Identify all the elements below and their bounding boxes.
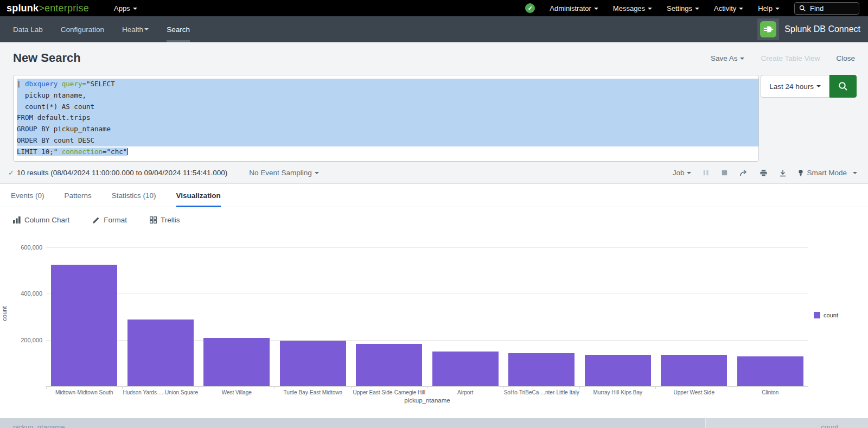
pause-button[interactable] xyxy=(703,169,710,176)
category-label: Hudson Yards-...-Union Square xyxy=(123,389,199,395)
print-button[interactable] xyxy=(760,169,768,177)
bar-10[interactable] xyxy=(737,356,803,386)
search-submit-button[interactable] xyxy=(829,75,857,98)
results-status-text: 10 results (08/04/2024 11:00:00.000 to 0… xyxy=(17,169,227,177)
search-mode-dropdown[interactable]: Smart Mode xyxy=(798,169,857,177)
column-chart-icon xyxy=(13,216,21,223)
column-chart: count 200,000400,000600,000 Midtown-Midt… xyxy=(0,231,868,403)
nav-item-configuration[interactable]: Configuration xyxy=(61,16,104,42)
chevron-down-icon xyxy=(775,8,780,10)
legend-swatch xyxy=(814,312,820,318)
topbar-menu-activity[interactable]: Activity xyxy=(714,4,743,12)
topbar-menu-settings[interactable]: Settings xyxy=(667,4,699,12)
print-icon xyxy=(760,169,768,177)
results-tabs: Events (0) Patterns Statistics (10) Visu… xyxy=(0,184,868,207)
nav-item-data-lab[interactable]: Data Lab xyxy=(13,16,43,42)
chart-legend[interactable]: count xyxy=(814,312,838,318)
chevron-down-icon xyxy=(853,172,857,174)
download-icon xyxy=(779,169,787,177)
trellis-button[interactable]: Trellis xyxy=(150,216,180,224)
statistics-table-header: pickup_ntaname count xyxy=(0,418,868,428)
nav-item-health[interactable]: Health xyxy=(122,16,149,42)
bar-3[interactable] xyxy=(203,338,270,386)
tab-events[interactable]: Events (0) xyxy=(11,184,44,207)
chevron-down-icon xyxy=(739,8,743,10)
pencil-icon xyxy=(92,216,100,224)
chevron-down-icon xyxy=(133,8,137,10)
logo-splunk-text: splunk xyxy=(7,3,39,14)
table-header-pickup-ntaname[interactable]: pickup_ntaname xyxy=(0,418,705,428)
lightbulb-icon xyxy=(798,169,803,177)
search-icon xyxy=(838,81,848,92)
category-label: West Village xyxy=(199,389,275,395)
tab-patterns[interactable]: Patterns xyxy=(65,184,92,207)
x-axis-title: pickup_ntaname xyxy=(46,397,808,404)
category-label: Murray Hill-Kips Bay xyxy=(580,389,656,395)
query-line: ORDER BY count DESC xyxy=(17,135,758,146)
category-label: Midtown-Midtown South xyxy=(46,389,123,395)
legend-label: count xyxy=(824,312,838,318)
bar-8[interactable] xyxy=(585,355,651,386)
chevron-down-icon xyxy=(740,58,744,60)
pause-icon xyxy=(703,169,710,176)
chart-bars xyxy=(46,247,808,386)
job-menu[interactable]: Job xyxy=(673,169,692,177)
x-axis-ticks xyxy=(46,386,808,389)
query-line: count(*) AS count xyxy=(17,101,758,113)
tab-statistics[interactable]: Statistics (10) xyxy=(112,184,156,207)
bar-4[interactable] xyxy=(280,341,346,386)
bar-7[interactable] xyxy=(508,353,575,386)
topbar-menu-administrator[interactable]: Administrator xyxy=(550,4,598,12)
save-as-button[interactable]: Save As xyxy=(711,54,745,62)
category-label: Airport xyxy=(427,389,504,395)
logo-enterprise-text: >enterprise xyxy=(39,3,89,14)
stop-button[interactable] xyxy=(721,169,728,176)
bar-2[interactable] xyxy=(127,320,194,386)
apps-menu[interactable]: Apps xyxy=(114,4,137,12)
search-query-input[interactable]: | dbxquery query="SELECT pickup_ntaname,… xyxy=(13,75,759,162)
y-axis-tick-label: 200,000 xyxy=(0,337,42,343)
y-axis-tick-label: 600,000 xyxy=(0,244,42,251)
chevron-down-icon xyxy=(816,85,821,87)
tab-visualization[interactable]: Visualization xyxy=(176,184,221,207)
success-check-icon: ✓ xyxy=(8,169,14,177)
topbar-menu-help[interactable]: Help xyxy=(758,4,780,12)
format-button[interactable]: Format xyxy=(92,216,127,224)
db-connect-app-icon xyxy=(757,18,779,40)
find-input[interactable] xyxy=(809,4,852,13)
event-sampling-dropdown[interactable]: No Event Sampling xyxy=(249,169,319,177)
health-status-icon[interactable]: ✓ xyxy=(525,3,535,13)
chevron-down-icon xyxy=(648,8,652,10)
share-button[interactable] xyxy=(739,169,748,177)
category-label: Turtle Bay-East Midtown xyxy=(275,389,352,395)
create-table-view-button[interactable]: Create Table View xyxy=(761,54,820,62)
app-name: Splunk DB Connect xyxy=(784,24,860,34)
table-header-count[interactable]: count xyxy=(705,418,868,428)
find-search-box[interactable] xyxy=(794,2,859,15)
close-button[interactable]: Close xyxy=(836,54,855,62)
query-line: pickup_ntaname, xyxy=(17,90,758,101)
category-label: SoHo-TriBeCa-...nter-Little Italy xyxy=(503,389,580,395)
category-label: Upper East Side-Carnegie Hill xyxy=(351,389,427,395)
bar-5[interactable] xyxy=(356,344,422,387)
chevron-down-icon xyxy=(315,172,319,174)
bar-6[interactable] xyxy=(432,352,499,386)
query-line: FROM default.trips xyxy=(17,112,758,124)
topbar-menu-messages[interactable]: Messages xyxy=(613,4,652,12)
bar-9[interactable] xyxy=(661,355,727,386)
time-range-picker[interactable]: Last 24 hours xyxy=(761,75,829,98)
x-axis-category-labels: Midtown-Midtown SouthHudson Yards-...-Un… xyxy=(46,389,808,395)
plug-icon xyxy=(760,21,776,37)
export-button[interactable] xyxy=(779,169,787,177)
bar-1[interactable] xyxy=(51,265,117,386)
chart-type-picker[interactable]: Column Chart xyxy=(13,216,69,224)
page-title: New Search xyxy=(13,51,81,65)
text-cursor xyxy=(127,148,128,155)
splunk-logo[interactable]: splunk>enterprise xyxy=(7,3,89,14)
viz-controls: Column Chart Format Trellis xyxy=(0,207,868,231)
chevron-down-icon xyxy=(695,8,699,10)
query-line: | dbxquery query="SELECT xyxy=(17,79,758,90)
chevron-down-icon xyxy=(594,8,598,10)
app-nav-bar: Data Lab Configuration Health Search Spl… xyxy=(0,16,868,42)
nav-item-search[interactable]: Search xyxy=(167,16,190,42)
